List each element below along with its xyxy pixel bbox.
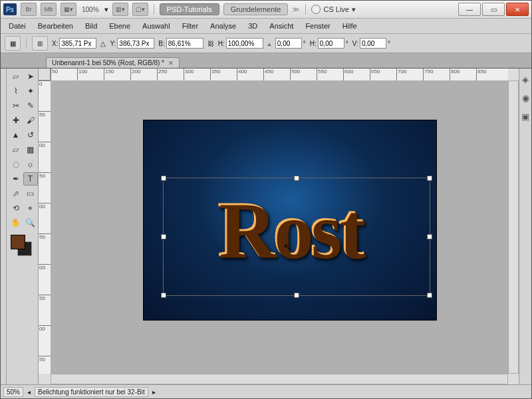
handle-br[interactable]: [427, 293, 432, 298]
color-swatches[interactable]: [8, 233, 35, 256]
x-label: X:: [52, 40, 58, 47]
zoom-level[interactable]: 100%: [80, 6, 100, 13]
ruler-corner: [39, 68, 51, 80]
options-bar: ▦ ⊞ X: △ Y: B: ⛓ H: ⟁ ° H:° V:°: [1, 34, 531, 53]
stamp-tool[interactable]: ▲: [9, 128, 23, 142]
wand-tool[interactable]: ✦: [23, 84, 38, 98]
shape-tool[interactable]: ▭: [23, 187, 38, 200]
eraser-tool[interactable]: ▱: [9, 143, 23, 156]
lasso-tool[interactable]: ⌇: [9, 84, 23, 98]
dodge-tool[interactable]: ☼: [23, 158, 38, 171]
status-message: Belichtung funktioniert nur bei 32-Bit: [35, 387, 148, 397]
type-tool[interactable]: T: [23, 172, 38, 186]
minibridge-button[interactable]: Mb: [41, 3, 57, 16]
menu-3d[interactable]: 3D: [243, 21, 263, 31]
menu-ansicht[interactable]: Ansicht: [264, 21, 299, 31]
paths-panel-icon[interactable]: ▣: [520, 111, 531, 122]
menu-bearbeiten[interactable]: Bearbeiten: [33, 21, 78, 31]
ruler-horizontal[interactable]: 5010015020025030035040045050055060065070…: [51, 68, 508, 81]
bridge-button[interactable]: Br: [21, 3, 37, 16]
skew-h-input[interactable]: [318, 38, 344, 49]
angle-input[interactable]: [275, 38, 302, 49]
delta-icon: △: [100, 40, 106, 47]
close-button[interactable]: ✕: [506, 3, 529, 16]
menu-fenster[interactable]: Fenster: [300, 21, 335, 31]
channels-panel-icon[interactable]: ◉: [520, 92, 531, 103]
right-dock-strip[interactable]: ◈ ◉ ▣: [519, 68, 531, 384]
handle-bc[interactable]: [294, 293, 299, 298]
handle-bl[interactable]: [161, 293, 166, 298]
3d-camera[interactable]: ⌖: [23, 201, 38, 215]
brush-tool[interactable]: 🖌: [23, 114, 38, 127]
w-label: B:: [158, 40, 164, 47]
angle-icon: ⟁: [267, 40, 271, 47]
toolbox: ▱➤ ⌇✦ ✂✎ ✚🖌 ▲↺ ▱▦ ◌☼ ✒T ⬀▭ ⟲⌖ ✋🔍: [7, 68, 39, 384]
foreground-color[interactable]: [11, 235, 25, 249]
close-tab-icon[interactable]: ✕: [168, 60, 174, 66]
skew-v-input[interactable]: [360, 38, 386, 49]
move-tool[interactable]: ▱: [9, 70, 23, 83]
document-tab[interactable]: Unbenannt-1 bei 50% (Rost, RGB/8) * ✕: [46, 57, 180, 68]
y-input[interactable]: [117, 38, 154, 49]
handle-mr[interactable]: [427, 234, 432, 239]
status-bar: 50% ◂ Belichtung funktioniert nur bei 32…: [1, 384, 531, 398]
cs-live[interactable]: CS Live ▾: [311, 5, 356, 14]
path-tool[interactable]: ⬀: [9, 187, 23, 200]
maximize-button[interactable]: ▭: [482, 3, 505, 16]
title-bar: Ps Br Mb ▦▾ 100%▾ ▥▾ ▢▾ PSD-Tutorials Gr…: [1, 1, 531, 19]
h-label: H:: [218, 40, 225, 47]
minimize-button[interactable]: —: [458, 3, 481, 16]
menu-bar: Datei Bearbeiten Bild Ebene Auswahl Filt…: [1, 19, 531, 34]
move-tool-arrow[interactable]: ➤: [23, 70, 38, 83]
reference-point-icon[interactable]: ⊞: [32, 36, 48, 51]
crop-tool[interactable]: ✂: [9, 99, 23, 112]
menu-hilfe[interactable]: Hilfe: [337, 21, 362, 31]
status-zoom[interactable]: 50%: [3, 387, 23, 397]
skew-v-label: V:: [352, 40, 358, 47]
screenmode-button[interactable]: ▢▾: [132, 3, 148, 16]
layout-button[interactable]: ▦▾: [61, 3, 76, 16]
layers-panel-icon[interactable]: ◈: [520, 74, 531, 84]
blur-tool[interactable]: ◌: [9, 158, 23, 171]
transform-bounding-box[interactable]: [163, 178, 430, 296]
skew-h-label: H:: [310, 40, 317, 47]
menu-analyse[interactable]: Analyse: [205, 21, 241, 31]
3d-tool[interactable]: ⟲: [9, 201, 23, 215]
handle-tr[interactable]: [427, 176, 432, 181]
hand-tool[interactable]: ✋: [9, 216, 23, 229]
document-tabs: Unbenannt-1 bei 50% (Rost, RGB/8) * ✕: [1, 53, 531, 68]
workspace-more[interactable]: ≫: [292, 5, 300, 14]
menu-auswahl[interactable]: Auswahl: [137, 21, 176, 31]
workspace-psd-tutorials[interactable]: PSD-Tutorials: [160, 3, 219, 15]
document-tab-label: Unbenannt-1 bei 50% (Rost, RGB/8) *: [52, 59, 164, 66]
status-arrow-left[interactable]: ◂: [27, 388, 31, 396]
canvas-viewport[interactable]: Rost ↖: [51, 80, 508, 374]
history-brush[interactable]: ↺: [23, 128, 38, 142]
menu-datei[interactable]: Datei: [3, 21, 31, 31]
gradient-tool[interactable]: ▦: [23, 143, 38, 156]
menu-filter[interactable]: Filter: [177, 21, 203, 31]
handle-ml[interactable]: [161, 234, 166, 239]
pen-tool[interactable]: ✒: [9, 172, 23, 186]
status-arrow-right[interactable]: ▸: [152, 388, 156, 396]
workspace-grundelemente[interactable]: Grundelemente: [223, 3, 289, 15]
zoom-tool[interactable]: 🔍: [23, 216, 38, 229]
transform-tool-icon[interactable]: ▦: [5, 36, 21, 51]
arrange-button[interactable]: ▥▾: [112, 3, 128, 16]
menu-bild[interactable]: Bild: [80, 21, 102, 31]
x-input[interactable]: [59, 38, 96, 49]
app-logo: Ps: [3, 3, 17, 15]
heal-tool[interactable]: ✚: [9, 114, 23, 127]
handle-tl[interactable]: [161, 176, 166, 181]
ruler-vertical[interactable]: 0500050005000500050: [39, 80, 51, 374]
w-input[interactable]: [166, 38, 203, 49]
link-icon[interactable]: ⛓: [207, 40, 214, 47]
eyedropper-tool[interactable]: ✎: [23, 99, 38, 112]
scrollbar-horizontal[interactable]: [51, 374, 508, 384]
handle-tc[interactable]: [294, 176, 299, 181]
menu-ebene[interactable]: Ebene: [104, 21, 136, 31]
h-input[interactable]: [226, 38, 263, 49]
left-dock-strip[interactable]: [1, 68, 7, 384]
scrollbar-vertical[interactable]: [508, 80, 519, 374]
cursor-icon: ↖: [283, 241, 291, 252]
